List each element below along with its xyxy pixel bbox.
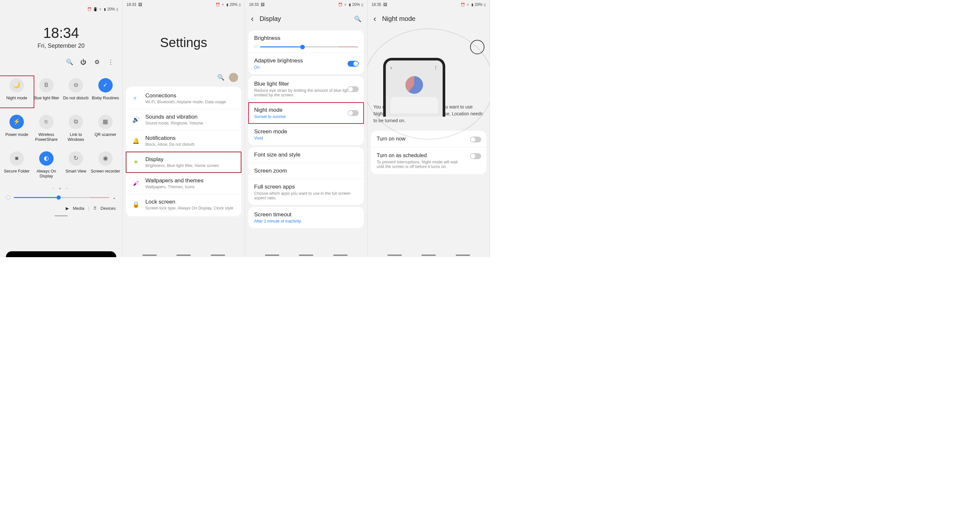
tile-bixby[interactable]: ✓Bixby Routines xyxy=(91,78,121,105)
night-sub: Sunset to sunrise xyxy=(254,115,358,119)
scheduled-sub: To prevent interruptions, Night mode wil… xyxy=(377,160,461,169)
row-lockscreen[interactable]: 🔒Lock screenScreen lock type, Always On … xyxy=(126,194,242,215)
zoom-label: Screen zoom xyxy=(254,168,358,174)
brightness-slider[interactable]: ⌄ xyxy=(6,195,116,200)
blue-light-item[interactable]: Blue light filter Reduce eye strain by l… xyxy=(248,76,364,102)
brightness-item[interactable]: Brightness xyxy=(248,30,364,53)
tile-aod-label: Always On Display xyxy=(32,169,61,179)
battery-icon: ▯ xyxy=(239,3,241,7)
brightness-icon xyxy=(254,45,257,48)
blf-toggle[interactable] xyxy=(348,86,359,92)
turn-on-now-toggle[interactable] xyxy=(470,137,481,142)
tile-recorder[interactable]: ◉Screen recorder xyxy=(91,151,121,179)
wifi-icon: ᯤ xyxy=(344,3,348,6)
battery-icon: ▯ xyxy=(361,3,363,7)
timeout-value: After 1 minute of inactivity. xyxy=(254,219,358,223)
row-lockscreen-sub: Screen lock type, Always On Display, Clo… xyxy=(145,206,233,210)
devices-icon[interactable]: ⠿ xyxy=(94,206,97,211)
tile-powershare[interactable]: ⎋Wireless PowerShare xyxy=(32,115,61,142)
row-display[interactable]: ☀DisplayBrightness, Blue light filter, H… xyxy=(126,152,242,173)
tile-blue-light-label: Blue light filter xyxy=(32,96,61,105)
scheduled-item[interactable]: Turn on as scheduled To prevent interrup… xyxy=(371,147,487,174)
tile-night-mode[interactable]: 🌙Night mode xyxy=(2,78,32,105)
night-toggle[interactable] xyxy=(348,110,359,116)
tile-dnd-label: Do not disturb xyxy=(61,96,91,105)
nav-bar[interactable] xyxy=(123,255,245,256)
row-notifications-sub: Block, Allow, Do not disturb xyxy=(145,142,195,147)
alarm-icon: ⏰ xyxy=(216,3,220,7)
tile-smartview-icon: ↻ xyxy=(68,151,83,165)
status-bar: 18:33 🖼 ⏰ ᯤ ▮ 20% ▯ xyxy=(245,0,367,9)
tile-qr[interactable]: ▦QR scanner xyxy=(91,115,121,142)
search-icon[interactable]: 🔍 xyxy=(217,74,224,81)
full-sub: Choose which apps you want to use in the… xyxy=(254,191,358,200)
expand-icon[interactable]: ⌄ xyxy=(112,195,116,200)
phone-illustration: ‹⋮ xyxy=(383,58,445,117)
turn-on-now-item[interactable]: Turn on now xyxy=(371,131,487,147)
font-item[interactable]: Font size and style xyxy=(248,147,364,163)
alarm-icon: ⏰ xyxy=(461,3,465,7)
tile-smartview[interactable]: ↻Smart View xyxy=(61,151,91,179)
search-icon[interactable]: 🔍 xyxy=(354,15,361,22)
tile-bixby-icon: ✓ xyxy=(98,78,113,92)
row-wallpapers-title: Wallpapers and themes xyxy=(145,177,204,184)
mini-back-icon: ‹ xyxy=(390,65,392,70)
devices-label[interactable]: Devices xyxy=(100,206,116,211)
battery-pct: 20% xyxy=(475,2,482,7)
back-icon[interactable] xyxy=(251,14,254,24)
battery-pct: 20% xyxy=(352,2,360,7)
row-connections-title: Connections xyxy=(145,92,226,99)
screen-mode-item[interactable]: Screen mode Vivid xyxy=(248,124,364,145)
row-display-icon: ☀ xyxy=(132,158,140,166)
zoom-item[interactable]: Screen zoom xyxy=(248,163,364,179)
tile-smartview-label: Smart View xyxy=(61,169,91,179)
sun-icon xyxy=(470,40,484,54)
screenshot-icon: 🖼 xyxy=(138,2,142,7)
adaptive-label: Adaptive brightness xyxy=(254,57,358,64)
status-time: 18:35 xyxy=(371,2,381,7)
navbar-fade xyxy=(6,251,116,257)
scheduled-toggle[interactable] xyxy=(470,153,481,159)
gear-icon[interactable]: ⚙ xyxy=(94,59,100,66)
more-icon[interactable]: ⋮ xyxy=(107,59,115,66)
back-icon[interactable] xyxy=(373,14,376,24)
status-bar: 18:35 🖼 ⏰ ᯤ ▮ 20% ▯ xyxy=(368,0,490,9)
row-notifications-icon: 🔔 xyxy=(132,137,140,145)
nav-bar[interactable] xyxy=(368,255,490,256)
tile-power[interactable]: ⚡Power mode xyxy=(2,115,32,142)
page-title: Display xyxy=(260,15,281,22)
clock-date: Fri, September 20 xyxy=(0,43,122,49)
adaptive-brightness-item[interactable]: Adaptive brightness On xyxy=(248,53,364,74)
brightness-slider[interactable] xyxy=(254,45,358,48)
avatar[interactable] xyxy=(229,73,238,82)
tile-aod[interactable]: ◐Always On Display xyxy=(32,151,61,179)
settings-panel: 18:33 🖼 ⏰ ᯤ ▮ 20% ▯ Settings 🔍 ᯤConnecti… xyxy=(123,0,245,257)
row-wallpapers[interactable]: 🖌Wallpapers and themesWallpapers, Themes… xyxy=(126,173,242,194)
media-play-icon[interactable]: ▶ xyxy=(66,206,69,211)
adaptive-toggle[interactable] xyxy=(348,61,359,67)
tile-blue-light[interactable]: BBlue light filter xyxy=(32,78,61,105)
tile-dnd[interactable]: ⊖Do not disturb xyxy=(61,78,91,105)
tile-recorder-label: Screen recorder xyxy=(91,169,121,179)
fullscreen-item[interactable]: Full screen apps Choose which apps you w… xyxy=(248,179,364,205)
tile-secure-folder-label: Secure Folder xyxy=(2,169,32,179)
media-label[interactable]: Media xyxy=(73,206,84,211)
drag-handle[interactable] xyxy=(54,215,68,216)
power-icon[interactable]: ⏻ xyxy=(80,59,87,66)
screenmode-value: Vivid xyxy=(254,136,358,140)
timeout-item[interactable]: Screen timeout After 1 minute of inactiv… xyxy=(248,207,364,228)
tile-link-windows[interactable]: ⧉Link to Windows xyxy=(61,115,91,142)
search-icon[interactable]: 🔍 xyxy=(66,59,73,66)
timeout-label: Screen timeout xyxy=(254,212,358,218)
row-connections[interactable]: ᯤConnectionsWi-Fi, Bluetooth, Airplane m… xyxy=(126,88,242,109)
quick-tiles-grid: 🌙Night modeBBlue light filter⊖Do not dis… xyxy=(2,78,120,179)
night-mode-item[interactable]: Night mode Sunset to sunrise xyxy=(248,102,364,124)
nav-bar[interactable] xyxy=(245,255,367,256)
row-sounds[interactable]: 🔊Sounds and vibrationSound mode, Rington… xyxy=(126,109,242,130)
blf-label: Blue light filter xyxy=(254,81,358,87)
row-display-title: Display xyxy=(145,156,219,163)
tile-secure-folder[interactable]: ■Secure Folder xyxy=(2,151,32,179)
row-notifications[interactable]: 🔔NotificationsBlock, Allow, Do not distu… xyxy=(126,130,242,152)
full-label: Full screen apps xyxy=(254,184,358,190)
tile-night-mode-label: Night mode xyxy=(2,96,32,105)
